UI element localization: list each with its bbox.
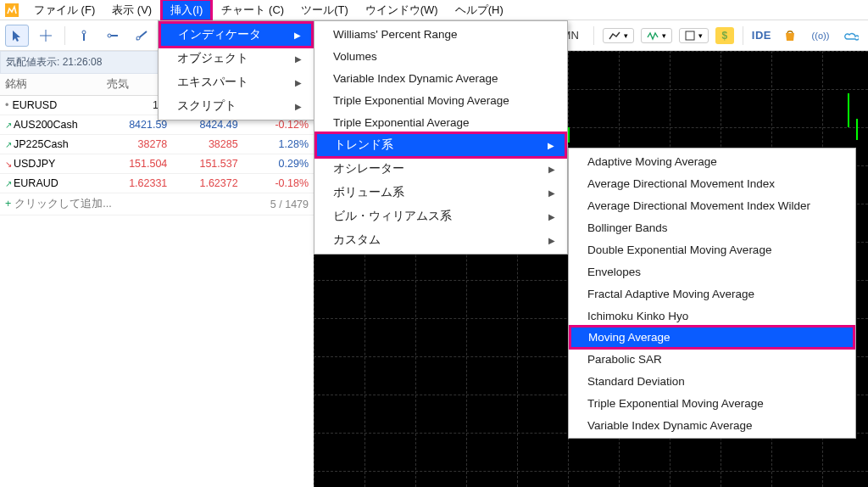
- menu-item[interactable]: チャート (C): [213, 0, 292, 20]
- submenu-item-label: インディケータ: [178, 27, 261, 42]
- crosshair-icon[interactable]: [34, 25, 58, 47]
- submenu-item[interactable]: インディケータ▶: [159, 21, 314, 48]
- submenu-item-label: スクリプト: [177, 98, 236, 114]
- indicator-icon[interactable]: ▾: [641, 28, 672, 43]
- arrow-up-icon: ↗: [5, 120, 12, 130]
- submenu-item[interactable]: Variable Index Dynamic Average: [314, 67, 567, 89]
- chevron-right-icon: ▶: [295, 78, 302, 87]
- submenu-item[interactable]: Parabolic SAR: [569, 348, 855, 370]
- table-row[interactable]: ↗JP225Cash38278382851.28%: [0, 135, 314, 154]
- submenu-item[interactable]: オブジェクト▶: [159, 47, 314, 70]
- submenu-item[interactable]: Triple Exponential Moving Average: [569, 392, 855, 414]
- submenu-item[interactable]: Volumes: [314, 45, 567, 67]
- table-row[interactable]: ↘USDJPY151.504151.5370.29%: [0, 154, 314, 174]
- arrow-up-icon: ↗: [5, 140, 12, 149]
- svg-rect-9: [686, 31, 694, 40]
- chevron-right-icon: ▶: [548, 141, 554, 150]
- cloud-icon[interactable]: [839, 25, 863, 47]
- app-logo-icon: [5, 3, 19, 17]
- dot-icon: •: [5, 99, 8, 111]
- plus-icon: +: [5, 198, 11, 210]
- submenu-item[interactable]: エキスパート▶: [159, 70, 314, 94]
- submenu-item[interactable]: ビル・ウィリアムス系▶: [314, 204, 567, 228]
- submenu-item[interactable]: Triple Exponential Average: [314, 111, 567, 133]
- submenu-item-label: Triple Exponential Moving Average: [587, 397, 764, 410]
- svg-rect-0: [5, 3, 19, 17]
- template-icon[interactable]: ▾: [679, 28, 709, 43]
- insert-submenu: インディケータ▶オブジェクト▶エキスパート▶スクリプト▶: [158, 20, 314, 120]
- submenu-item-label: ビル・ウィリアムス系: [333, 209, 452, 224]
- chevron-right-icon: ▶: [548, 165, 555, 174]
- toolbar-separator: [593, 26, 594, 45]
- submenu-item[interactable]: トレンド系▶: [314, 132, 567, 159]
- line-chart-icon[interactable]: ▾: [603, 28, 634, 43]
- submenu-item[interactable]: Average Directional Movement Index Wilde…: [569, 194, 855, 216]
- submenu-item-label: カスタム: [333, 232, 381, 248]
- indicator-submenu: Williams' Percent RangeVolumesVariable I…: [314, 20, 568, 255]
- submenu-item[interactable]: Envelopes: [569, 260, 855, 283]
- ide-button[interactable]: IDE: [752, 29, 771, 42]
- svg-point-8: [136, 36, 140, 40]
- submenu-item[interactable]: Variable Index Dynamic Average: [569, 414, 855, 436]
- submenu-item[interactable]: Double Exponential Moving Average: [569, 238, 855, 260]
- submenu-item-label: Williams' Percent Range: [333, 28, 458, 41]
- submenu-item[interactable]: オシレーター▶: [314, 157, 567, 181]
- vline-icon[interactable]: [72, 25, 96, 47]
- submenu-item-label: Adaptive Moving Average: [587, 155, 717, 168]
- dollar-icon[interactable]: $: [715, 27, 734, 44]
- submenu-item-label: トレンド系: [334, 137, 393, 153]
- chevron-right-icon: ▶: [548, 236, 555, 245]
- submenu-item-label: Average Directional Movement Index: [587, 177, 775, 190]
- add-symbol-row[interactable]: +クリックして追加...5 / 1479: [0, 193, 314, 216]
- cursor-icon[interactable]: [5, 25, 29, 47]
- submenu-item[interactable]: ボリューム系▶: [314, 181, 567, 204]
- submenu-item-label: オシレーター: [333, 161, 404, 176]
- menu-item[interactable]: 表示 (V): [103, 0, 160, 20]
- submenu-item[interactable]: Average Directional Movement Index: [569, 172, 855, 194]
- submenu-item-label: Standard Deviation: [587, 375, 685, 388]
- menu-item[interactable]: ウインドウ(W): [357, 0, 447, 20]
- submenu-item[interactable]: Standard Deviation: [569, 370, 855, 392]
- submenu-item[interactable]: カスタム▶: [314, 228, 567, 252]
- submenu-item-label: エキスパート: [177, 75, 248, 90]
- submenu-item[interactable]: Moving Average: [569, 325, 855, 350]
- submenu-item-label: ボリューム系: [333, 185, 404, 200]
- market-icon[interactable]: [778, 25, 802, 47]
- submenu-item[interactable]: Fractal Adaptive Moving Average: [569, 283, 855, 305]
- submenu-item-label: Bollinger Bands: [587, 221, 668, 234]
- toolbar-separator: [743, 26, 743, 45]
- menu-item[interactable]: ファイル (F): [25, 0, 103, 20]
- submenu-item[interactable]: Adaptive Moving Average: [569, 150, 855, 172]
- table-row[interactable]: ↗EURAUD1.623311.62372-0.18%: [0, 174, 314, 193]
- trend-submenu: Adaptive Moving AverageAverage Direction…: [568, 148, 856, 439]
- submenu-item[interactable]: Ichimoku Kinko Hyo: [569, 305, 855, 327]
- toolbar-separator: [64, 26, 65, 45]
- trendline-icon[interactable]: [130, 25, 153, 47]
- table-header[interactable]: 銘柄: [0, 74, 102, 96]
- submenu-item-label: Average Directional Movement Index Wilde…: [587, 199, 810, 212]
- submenu-item-label: Double Exponential Moving Average: [587, 244, 771, 256]
- signal-icon[interactable]: ((o)): [809, 25, 832, 47]
- submenu-item[interactable]: Triple Exponential Moving Average: [314, 89, 567, 111]
- menu-item[interactable]: ヘルプ(H): [447, 0, 512, 20]
- submenu-item-label: Variable Index Dynamic Average: [587, 419, 753, 432]
- chevron-right-icon: ▶: [295, 102, 302, 111]
- menu-item[interactable]: ツール(T): [292, 0, 357, 20]
- chevron-right-icon: ▶: [294, 31, 301, 40]
- chevron-right-icon: ▶: [548, 212, 555, 221]
- submenu-item-label: Variable Index Dynamic Average: [333, 72, 498, 85]
- chevron-right-icon: ▶: [295, 54, 302, 64]
- hline-icon[interactable]: [101, 25, 125, 47]
- submenu-item-label: Parabolic SAR: [587, 353, 662, 366]
- submenu-item-label: Ichimoku Kinko Hyo: [587, 310, 688, 322]
- submenu-item[interactable]: Bollinger Bands: [569, 216, 855, 238]
- submenu-item-label: Fractal Adaptive Moving Average: [587, 288, 754, 300]
- menubar: ファイル (F)表示 (V)挿入(I)チャート (C)ツール(T)ウインドウ(W…: [0, 0, 868, 20]
- submenu-item[interactable]: Williams' Percent Range: [314, 23, 567, 45]
- submenu-item-label: Volumes: [333, 50, 377, 63]
- menu-item[interactable]: 挿入(I): [160, 0, 213, 22]
- submenu-item-label: Envelopes: [587, 266, 641, 278]
- submenu-item[interactable]: スクリプト▶: [159, 94, 314, 118]
- arrow-down-icon: ↘: [5, 160, 12, 169]
- submenu-item-label: Moving Average: [588, 331, 670, 344]
